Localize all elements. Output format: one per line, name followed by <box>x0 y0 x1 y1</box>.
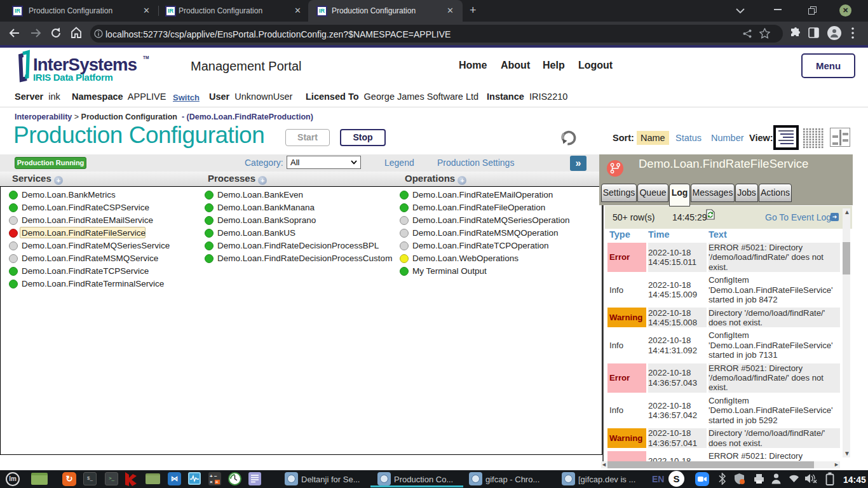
svg-text:×: × <box>210 479 213 485</box>
svg-text:IRIS Data Platform: IRIS Data Platform <box>33 72 112 83</box>
svg-text:=: = <box>215 480 218 484</box>
svg-text:+ −: + − <box>210 473 217 479</box>
svg-text:TM: TM <box>143 55 149 60</box>
